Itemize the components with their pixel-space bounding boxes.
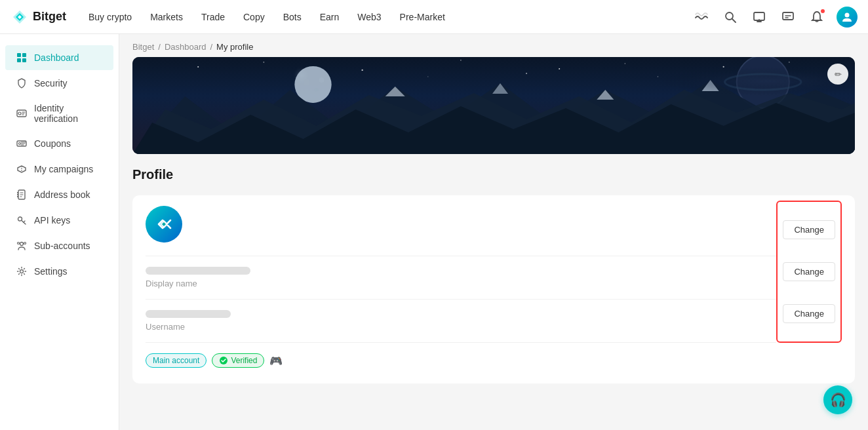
username-label: Username: [146, 322, 776, 332]
profile-banner: ✏: [132, 57, 855, 154]
deposit-icon[interactable]: [750, 8, 768, 26]
sidebar-item-dashboard[interactable]: Dashboard: [5, 45, 113, 70]
avatar-row: [146, 201, 776, 256]
svg-rect-15: [17, 196, 18, 197]
breadcrumb-dashboard[interactable]: Dashboard: [165, 42, 207, 52]
breadcrumb-sep-2: /: [210, 42, 212, 52]
nav-link-pre-market[interactable]: Pre-Market: [399, 9, 446, 25]
nav-link-markets[interactable]: Markets: [149, 9, 184, 25]
nav-link-web3[interactable]: Web3: [356, 9, 382, 25]
change-avatar-button[interactable]: Change: [783, 220, 835, 239]
breadcrumb-sep-1: /: [158, 42, 161, 52]
sidebar-item-coupons[interactable]: Coupons: [5, 131, 113, 156]
identity-icon: [16, 108, 28, 119]
nav-right-actions: [692, 7, 858, 28]
svg-point-18: [24, 243, 26, 244]
settings-icon: [16, 265, 28, 277]
profile-title: Profile: [132, 167, 855, 182]
breadcrumb-bitget[interactable]: Bitget: [132, 42, 154, 52]
sidebar-item-security[interactable]: Security: [5, 71, 113, 96]
nav-link-earn[interactable]: Earn: [319, 9, 341, 25]
coupons-icon: [16, 138, 28, 149]
sidebar-label-api-keys: API keys: [34, 215, 70, 225]
sidebar-item-campaigns[interactable]: My campaigns: [5, 157, 113, 182]
sidebar-label-settings: Settings: [34, 266, 68, 277]
username-field: Username: [146, 310, 776, 332]
sidebar-label-address-book: Address book: [34, 189, 90, 200]
sidebar-label-campaigns: My campaigns: [34, 164, 93, 174]
sidebar-item-sub-accounts[interactable]: Sub-accounts: [5, 233, 113, 258]
change-username-button[interactable]: Change: [783, 304, 835, 323]
sidebar-label-coupons: Coupons: [34, 138, 71, 149]
nav-link-trade[interactable]: Trade: [200, 9, 226, 25]
display-name-value: [146, 267, 250, 275]
change-display-name-button[interactable]: Change: [783, 262, 835, 281]
svg-point-3: [845, 12, 850, 17]
nav-link-bots[interactable]: Bots: [282, 9, 303, 25]
top-navigation: Bitget Buy crypto Markets Trade Copy Bot…: [0, 0, 868, 34]
main-content: Bitget / Dashboard / My profile: [119, 34, 868, 430]
nav-link-copy[interactable]: Copy: [242, 9, 266, 25]
svg-point-17: [20, 243, 24, 246]
notifications-icon[interactable]: [808, 8, 826, 26]
svg-rect-7: [22, 58, 26, 62]
username-value: [146, 310, 231, 318]
change-buttons-panel: Change Change Change: [776, 201, 842, 343]
waves-icon[interactable]: [692, 8, 711, 26]
banner-edit-button[interactable]: ✏: [827, 64, 848, 85]
verified-badge: Verified: [212, 353, 264, 368]
security-icon: [16, 77, 28, 89]
svg-rect-6: [17, 58, 21, 62]
sidebar-label-security: Security: [34, 78, 68, 88]
api-keys-icon: [16, 214, 28, 226]
search-icon[interactable]: [721, 8, 740, 26]
profile-avatar[interactable]: [146, 206, 182, 243]
sidebar-item-api-keys[interactable]: API keys: [5, 208, 113, 233]
sidebar-item-address-book[interactable]: Address book: [5, 182, 113, 207]
nav-link-buy-crypto[interactable]: Buy crypto: [87, 9, 133, 25]
address-book-icon: [16, 189, 28, 201]
main-account-badge: Main account: [146, 353, 207, 368]
breadcrumb-current: My profile: [216, 42, 253, 52]
logo[interactable]: Bitget: [10, 8, 66, 26]
profile-content-area: Display name Username Change Change: [132, 195, 855, 383]
sidebar-label-identity: Identity verification: [34, 103, 103, 124]
svg-rect-5: [22, 53, 26, 57]
sidebar-item-settings[interactable]: Settings: [5, 259, 113, 284]
sub-accounts-icon: [16, 240, 28, 252]
profile-rows: Display name Username Change Change: [146, 201, 842, 343]
svg-rect-4: [17, 53, 21, 57]
emoji-badge: 🎮: [269, 355, 283, 367]
dashboard-icon: [16, 52, 28, 64]
sidebar-label-dashboard: Dashboard: [34, 52, 79, 63]
user-avatar[interactable]: [837, 7, 858, 28]
svg-point-0: [726, 12, 733, 20]
sidebar-item-identity[interactable]: Identity verification: [5, 96, 113, 130]
support-button[interactable]: 🎧: [823, 385, 852, 414]
display-name-field: Display name: [146, 267, 776, 288]
main-layout: Dashboard Security Identity verification…: [0, 34, 868, 430]
campaigns-icon: [16, 163, 28, 175]
svg-rect-13: [17, 192, 18, 193]
svg-point-9: [18, 112, 21, 115]
svg-rect-49: [132, 57, 855, 154]
banner-background: [132, 57, 855, 154]
sidebar-label-sub-accounts: Sub-accounts: [34, 241, 90, 251]
display-name-row: Display name: [146, 256, 776, 300]
svg-rect-14: [17, 194, 18, 195]
headset-icon: 🎧: [830, 392, 846, 408]
badges-row: Main account Verified 🎮: [146, 343, 842, 378]
profile-section: Profile: [119, 167, 868, 383]
messages-icon[interactable]: [779, 8, 797, 26]
sidebar: Dashboard Security Identity verification…: [0, 34, 119, 430]
svg-point-19: [18, 243, 20, 244]
svg-point-20: [20, 270, 24, 273]
svg-point-11: [19, 143, 21, 145]
display-name-label: Display name: [146, 279, 776, 288]
breadcrumb: Bitget / Dashboard / My profile: [119, 34, 868, 57]
username-row: Username: [146, 300, 776, 343]
